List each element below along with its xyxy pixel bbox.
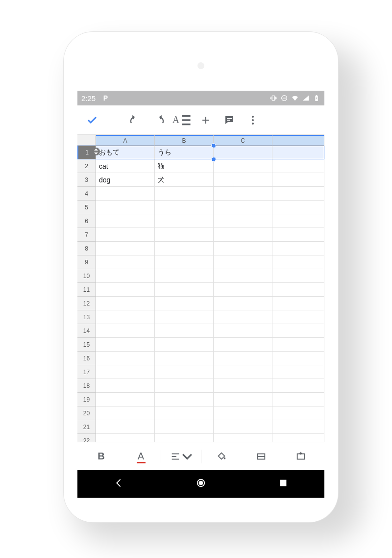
cell-A8[interactable] (96, 242, 155, 255)
cell-B16[interactable] (155, 352, 214, 365)
cell-C16[interactable] (214, 352, 272, 365)
cell-B21[interactable] (155, 420, 214, 434)
cell-B10[interactable] (155, 269, 214, 283)
cell-extra-21[interactable] (272, 420, 324, 434)
row-18[interactable]: 18 (77, 379, 324, 393)
row-7[interactable]: 7 (77, 228, 324, 242)
row-header-11[interactable]: 11 (77, 283, 96, 297)
selection-handle-top[interactable] (211, 143, 216, 148)
cell-B20[interactable] (155, 406, 214, 420)
cell-A22[interactable] (96, 434, 155, 442)
cell-extra-7[interactable] (272, 228, 324, 242)
row-2[interactable]: 2cat猫 (77, 159, 324, 173)
insert-button[interactable]: + (194, 108, 218, 132)
cell-C17[interactable] (214, 365, 272, 379)
row-header-22[interactable]: 22 (77, 434, 96, 442)
cell-extra-11[interactable] (272, 283, 324, 297)
accept-button[interactable] (80, 108, 104, 132)
cell-A3[interactable]: dog (96, 173, 155, 187)
cell-A11[interactable] (96, 283, 155, 297)
cell-A14[interactable] (96, 324, 155, 338)
row-header-13[interactable]: 13 (77, 310, 96, 324)
row-12[interactable]: 12 (77, 297, 324, 310)
cell-A16[interactable] (96, 352, 155, 365)
cell-extra-4[interactable] (272, 187, 324, 201)
cell-B6[interactable] (155, 214, 214, 228)
cell-C6[interactable] (214, 214, 272, 228)
select-all-corner[interactable] (77, 135, 96, 146)
cell-C20[interactable] (214, 406, 272, 420)
cell-extra-6[interactable] (272, 214, 324, 228)
cell-B3[interactable]: 犬 (155, 173, 214, 187)
row-5[interactable]: 5 (77, 201, 324, 214)
column-header-extra[interactable] (272, 135, 324, 146)
cell-B1[interactable]: うら (155, 146, 214, 159)
row-header-6[interactable]: 6 (77, 214, 96, 228)
row-header-18[interactable]: 18 (77, 379, 96, 393)
cell-B19[interactable] (155, 393, 214, 406)
text-format-button[interactable]: A (171, 108, 194, 132)
row-header-2[interactable]: 2 (77, 159, 96, 173)
cell-A6[interactable] (96, 214, 155, 228)
cell-C4[interactable] (214, 187, 272, 201)
row-19[interactable]: 19 (77, 393, 324, 406)
cell-extra-3[interactable] (272, 173, 324, 187)
cell-A1[interactable]: おもて (96, 146, 155, 159)
redo-button[interactable] (147, 108, 171, 132)
row-header-5[interactable]: 5 (77, 201, 96, 214)
cell-extra-8[interactable] (272, 242, 324, 255)
row-6[interactable]: 6 (77, 214, 324, 228)
merge-cells-button[interactable] (281, 445, 320, 468)
cell-C1[interactable] (214, 146, 272, 159)
cell-C10[interactable] (214, 269, 272, 283)
column-header-c[interactable]: C (214, 135, 272, 146)
cell-extra-17[interactable] (272, 365, 324, 379)
comment-button[interactable] (218, 108, 241, 132)
cell-B11[interactable] (155, 283, 214, 297)
row-header-20[interactable]: 20 (77, 406, 96, 420)
cell-A4[interactable] (96, 187, 155, 201)
cell-extra-13[interactable] (272, 310, 324, 324)
cell-extra-10[interactable] (272, 269, 324, 283)
cell-extra-18[interactable] (272, 379, 324, 393)
row-22[interactable]: 22 (77, 434, 324, 442)
cell-B18[interactable] (155, 379, 214, 393)
row-header-15[interactable]: 15 (77, 338, 96, 352)
cell-A2[interactable]: cat (96, 159, 155, 173)
cell-extra-16[interactable] (272, 352, 324, 365)
row-1[interactable]: 1おもてうら (77, 146, 324, 159)
row-4[interactable]: 4 (77, 187, 324, 201)
cell-C22[interactable] (214, 434, 272, 442)
cell-A15[interactable] (96, 338, 155, 352)
cell-extra-19[interactable] (272, 393, 324, 406)
cell-B17[interactable] (155, 365, 214, 379)
row-15[interactable]: 15 (77, 338, 324, 352)
fill-color-button[interactable] (201, 445, 241, 468)
cell-C11[interactable] (214, 283, 272, 297)
align-button[interactable] (161, 445, 201, 468)
row-13[interactable]: 13 (77, 310, 324, 324)
cell-extra-20[interactable] (272, 406, 324, 420)
cell-extra-22[interactable] (272, 434, 324, 442)
cell-B14[interactable] (155, 324, 214, 338)
home-button[interactable] (196, 478, 206, 490)
row-resize-handle[interactable] (92, 148, 100, 155)
row-16[interactable]: 16 (77, 352, 324, 365)
cell-extra-14[interactable] (272, 324, 324, 338)
cell-border-button[interactable] (241, 445, 281, 468)
spreadsheet-grid[interactable]: A B C 1おもてうら2cat猫3dog犬456789101112131415… (77, 135, 324, 442)
selection-handle-bottom[interactable] (211, 157, 216, 162)
row-10[interactable]: 10 (77, 269, 324, 283)
cell-extra-2[interactable] (272, 159, 324, 173)
more-button[interactable] (241, 108, 265, 132)
cell-B8[interactable] (155, 242, 214, 255)
column-header-b[interactable]: B (155, 135, 214, 146)
row-20[interactable]: 20 (77, 406, 324, 420)
bold-button[interactable]: B (81, 445, 121, 468)
cell-C7[interactable] (214, 228, 272, 242)
text-color-button[interactable]: A (121, 445, 161, 468)
row-9[interactable]: 9 (77, 255, 324, 269)
cell-B4[interactable] (155, 187, 214, 201)
cell-A10[interactable] (96, 269, 155, 283)
row-header-3[interactable]: 3 (77, 173, 96, 187)
